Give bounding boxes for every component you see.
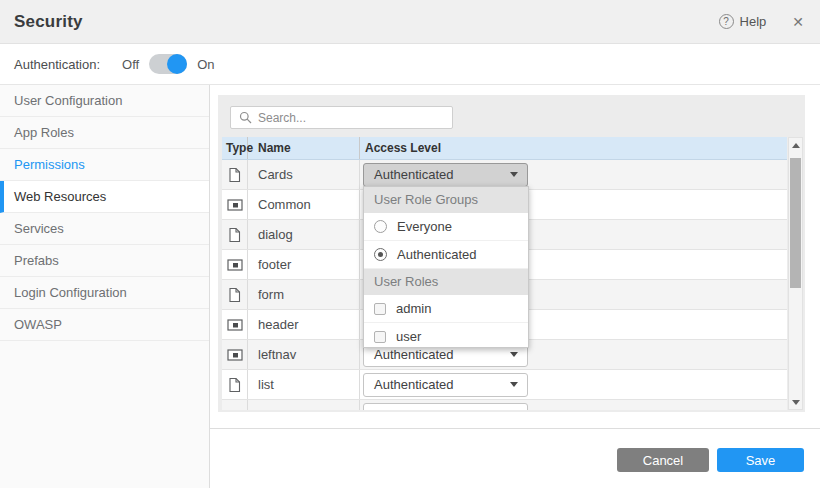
row-type-cell bbox=[222, 160, 248, 189]
scrollbar-up-arrow-icon[interactable] bbox=[789, 138, 802, 152]
row-name: footer bbox=[248, 250, 360, 279]
dropdown-group-header: User Role Groups bbox=[364, 187, 528, 213]
access-level-dropdown-panel: User Role Groups Everyone Authenticated … bbox=[363, 186, 529, 348]
table-header: Type Name Access Level bbox=[222, 137, 787, 160]
access-level-value: Authenticated bbox=[374, 347, 510, 362]
column-header-name: Name bbox=[248, 137, 360, 159]
dropdown-option-admin[interactable]: admin bbox=[364, 295, 528, 323]
row-type-cell bbox=[222, 280, 248, 309]
access-level-value: Authenticated bbox=[374, 377, 510, 392]
help-button[interactable]: ? Help bbox=[719, 14, 767, 29]
dropdown-option-everyone[interactable]: Everyone bbox=[364, 213, 528, 241]
title-bar: Security ? Help ✕ bbox=[0, 0, 820, 44]
page-icon bbox=[228, 377, 241, 393]
vertical-scrollbar[interactable] bbox=[788, 137, 803, 410]
row-name: dialog bbox=[248, 220, 360, 249]
checkbox-icon[interactable] bbox=[374, 331, 386, 343]
row-type-cell bbox=[222, 310, 248, 339]
scrollbar-thumb[interactable] bbox=[790, 158, 801, 288]
access-level-dropdown[interactable]: Authenticated bbox=[363, 373, 528, 397]
sidebar-item-owasp[interactable]: OWASP bbox=[0, 309, 209, 341]
dropdown-option-user[interactable]: user bbox=[364, 323, 528, 348]
sidebar-item-login-configuration[interactable]: Login Configuration bbox=[0, 277, 209, 309]
close-icon[interactable]: ✕ bbox=[792, 14, 804, 30]
authentication-toggle[interactable] bbox=[149, 54, 187, 74]
row-name: leftnav bbox=[248, 340, 360, 369]
sidebar-item-prefabs[interactable]: Prefabs bbox=[0, 245, 209, 277]
access-level-value: Authenticated bbox=[374, 167, 510, 182]
authentication-bar: Authentication: Off On bbox=[0, 44, 820, 85]
row-access-cell bbox=[360, 400, 787, 410]
save-button[interactable]: Save bbox=[717, 448, 804, 472]
footer-divider bbox=[210, 428, 820, 429]
dropdown-group-header: User Roles bbox=[364, 269, 528, 295]
column-header-type: Type bbox=[222, 137, 248, 159]
table-row[interactable] bbox=[222, 400, 787, 410]
row-type-cell bbox=[222, 250, 248, 279]
search-box bbox=[230, 106, 453, 129]
dropdown-option-label: admin bbox=[396, 301, 431, 316]
titlebar-actions: ? Help ✕ bbox=[719, 14, 804, 30]
authentication-label: Authentication: bbox=[14, 57, 100, 72]
sidebar-item-app-roles[interactable]: App Roles bbox=[0, 117, 209, 149]
row-access-cell: Authenticated bbox=[360, 160, 787, 189]
dropdown-option-label: Authenticated bbox=[397, 247, 477, 262]
help-icon: ? bbox=[719, 14, 734, 29]
caret-down-icon bbox=[510, 382, 518, 387]
row-name: Common bbox=[248, 190, 360, 219]
row-access-cell: Authenticated bbox=[360, 370, 787, 399]
search-icon bbox=[239, 111, 252, 124]
radio-selected-icon[interactable] bbox=[374, 248, 387, 261]
cancel-button[interactable]: Cancel bbox=[617, 448, 709, 472]
dropdown-option-label: user bbox=[396, 329, 421, 344]
help-label: Help bbox=[740, 14, 767, 29]
partial-icon bbox=[227, 349, 243, 361]
radio-icon[interactable] bbox=[374, 220, 387, 233]
caret-down-icon bbox=[510, 352, 518, 357]
dropdown-option-authenticated[interactable]: Authenticated bbox=[364, 241, 528, 269]
row-name bbox=[248, 400, 360, 410]
partial-icon bbox=[227, 199, 243, 211]
web-resources-panel: Type Name Access Level Cards Authenticat… bbox=[218, 95, 805, 412]
sidebar: User ConfigurationApp RolesPermissionsWe… bbox=[0, 85, 210, 488]
partial-icon bbox=[227, 259, 243, 271]
page-title: Security bbox=[14, 12, 83, 32]
sidebar-item-permissions[interactable]: Permissions bbox=[0, 149, 209, 181]
page-icon bbox=[228, 287, 241, 303]
row-name: form bbox=[248, 280, 360, 309]
column-header-access-level: Access Level bbox=[360, 137, 787, 159]
sidebar-item-user-configuration[interactable]: User Configuration bbox=[0, 85, 209, 117]
toggle-off-label: Off bbox=[122, 57, 139, 72]
search-input[interactable] bbox=[258, 111, 444, 125]
table-row[interactable]: list Authenticated bbox=[222, 370, 787, 400]
partial-icon bbox=[227, 319, 243, 331]
row-name: list bbox=[248, 370, 360, 399]
row-type-cell bbox=[222, 370, 248, 399]
row-type-cell bbox=[222, 340, 248, 369]
row-type-cell bbox=[222, 220, 248, 249]
scrollbar-down-arrow-icon[interactable] bbox=[789, 395, 802, 409]
main-content: Type Name Access Level Cards Authenticat… bbox=[210, 85, 820, 488]
page-icon bbox=[228, 227, 241, 243]
sidebar-item-web-resources[interactable]: Web Resources bbox=[0, 181, 209, 213]
page-icon bbox=[228, 167, 241, 183]
checkbox-icon[interactable] bbox=[374, 303, 386, 315]
row-name: header bbox=[248, 310, 360, 339]
row-type-cell bbox=[222, 190, 248, 219]
security-dialog: Security ? Help ✕ Authentication: Off On… bbox=[0, 0, 820, 488]
sidebar-item-services[interactable]: Services bbox=[0, 213, 209, 245]
access-level-dropdown[interactable] bbox=[363, 403, 528, 411]
dropdown-option-label: Everyone bbox=[397, 219, 452, 234]
toggle-knob bbox=[167, 54, 187, 74]
access-level-dropdown[interactable]: Authenticated bbox=[363, 163, 528, 187]
caret-down-icon bbox=[510, 172, 518, 177]
toggle-on-label: On bbox=[197, 57, 214, 72]
row-type-cell bbox=[222, 400, 248, 410]
row-name: Cards bbox=[248, 160, 360, 189]
